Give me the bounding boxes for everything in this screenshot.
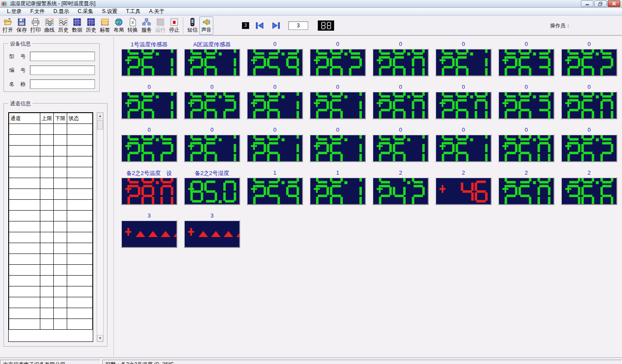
led-panel-r4c5[interactable] [372, 177, 429, 205]
led-panel-r3c5[interactable] [372, 134, 429, 162]
menu-item-file[interactable]: F.文件 [26, 7, 49, 16]
led-digits [441, 98, 488, 119]
led-panel-label: 0 [247, 41, 303, 49]
channel-table-row [9, 308, 93, 319]
next-page-button[interactable] [271, 22, 280, 29]
channel-table-row [9, 319, 93, 330]
led-panel-label: 0 [121, 84, 177, 91]
menu-item-collect[interactable]: C.采集 [73, 7, 98, 16]
led-panel-r4c7[interactable] [498, 177, 554, 205]
led-panel-r4c2[interactable] [184, 177, 240, 205]
data-button[interactable]: e数据 [70, 16, 84, 35]
close-button[interactable] [608, 0, 620, 7]
convert-button[interactable]: X转换 [126, 16, 140, 35]
history2-button[interactable]: e历史 [84, 16, 98, 35]
page-input[interactable] [288, 21, 308, 30]
scroll-down-icon[interactable]: ▼ [97, 335, 103, 341]
led-panel-r4c6[interactable] [435, 177, 492, 205]
led-cell-r4c8: 2 [561, 169, 617, 205]
led-panel-r3c1[interactable] [121, 134, 177, 162]
open-button[interactable]: 打开 [1, 16, 15, 35]
led-panel-r3c4[interactable] [309, 134, 366, 162]
led-digits [315, 141, 362, 162]
led-grid: 1号温度传感器A区温度传感器0000000000000000000000备2之2… [116, 37, 622, 356]
save-button[interactable]: 保存 [15, 16, 29, 35]
led-panel-r4c1[interactable] [121, 177, 177, 205]
menu-item-login[interactable]: L.登录 [3, 7, 26, 16]
led-panel-r1c2[interactable] [184, 49, 240, 76]
led-digits-upper-fragment [189, 91, 236, 98]
restore-button[interactable] [594, 0, 607, 7]
led-digits [127, 55, 173, 76]
led-panel-label: 0 [435, 84, 492, 91]
channel-table-cell [40, 211, 54, 221]
printer-icon [31, 18, 40, 26]
service-button[interactable]: 服务 [140, 16, 153, 35]
channel-table-cell [40, 254, 54, 265]
led-panel-r2c2[interactable] [184, 91, 240, 119]
channel-table-row [9, 276, 93, 286]
toolbar-button-label: 曲线 [44, 26, 55, 33]
led-panel-r2c8[interactable] [561, 91, 617, 119]
led-panel-r4c3[interactable] [247, 177, 303, 205]
led-panel-r2c7[interactable] [498, 91, 554, 119]
led-digits [315, 55, 362, 76]
led-digits [252, 184, 299, 205]
scroll-up-icon[interactable]: ▲ [97, 113, 103, 119]
sound-button[interactable]: 声音 [199, 16, 213, 35]
alarm-triangle-icon [199, 231, 208, 237]
model-field[interactable] [30, 52, 95, 61]
led-panel-r3c2[interactable] [184, 134, 240, 162]
channel-table-cell [9, 319, 40, 330]
led-panel-r5c1[interactable] [121, 220, 177, 248]
led-panel-r2c3[interactable] [247, 91, 303, 119]
menu-item-settings[interactable]: S.设置 [98, 7, 121, 16]
led-panel-r3c8[interactable] [561, 134, 617, 162]
channel-table-scrollbar[interactable]: ▲ ▼ [97, 112, 104, 342]
led-panel-r3c7[interactable] [498, 134, 554, 162]
led-panel-r2c4[interactable] [309, 91, 366, 119]
led-panel-r3c6[interactable] [435, 134, 492, 162]
name-field[interactable] [30, 79, 95, 89]
history1-button[interactable]: 历史 [56, 16, 70, 35]
led-panel-r2c6[interactable] [435, 91, 492, 119]
minimize-button[interactable] [581, 0, 593, 7]
layout-button[interactable]: 布局 [112, 16, 126, 35]
sms-button[interactable]: 短信 [186, 16, 199, 35]
menu-item-tools[interactable]: T.工具 [122, 7, 145, 16]
led-panel-r2c1[interactable] [121, 91, 177, 119]
number-field[interactable] [30, 65, 95, 75]
led-panel-r1c8[interactable] [561, 49, 617, 76]
toolbar-button-label: 服务 [141, 26, 152, 33]
led-panel-r4c8[interactable] [561, 177, 617, 205]
curve-button[interactable]: 曲线 [42, 16, 56, 35]
menu-item-display[interactable]: D.显示 [49, 7, 73, 16]
channel-table-cell [54, 276, 67, 286]
led-panel-r1c3[interactable] [247, 49, 303, 76]
led-panel-label: 0 [121, 127, 177, 134]
channel-table-cell [67, 146, 93, 156]
led-digits-upper-fragment [127, 177, 173, 184]
menu-item-about[interactable]: A.关于 [145, 7, 169, 16]
led-panel-label: 0 [184, 127, 240, 134]
led-digits [504, 55, 550, 76]
led-panel-r1c6[interactable] [435, 49, 492, 76]
led-panel-r3c3[interactable] [247, 134, 303, 162]
label-button[interactable]: 标签 [98, 16, 112, 35]
save-icon [17, 18, 26, 26]
stop-button[interactable]: 停止 [167, 16, 181, 35]
led-panel-r1c5[interactable] [372, 49, 429, 76]
led-digits-upper-fragment [567, 49, 613, 55]
led-panel-r2c5[interactable] [372, 91, 429, 119]
channel-table-cell [40, 265, 54, 276]
prev-page-button[interactable] [255, 22, 265, 29]
led-panel-r5c2[interactable] [184, 220, 240, 248]
scrollbar-thumb[interactable] [97, 120, 103, 130]
led-panel-r1c1[interactable] [121, 49, 177, 76]
led-panel-r4c4[interactable] [309, 177, 366, 205]
print-button[interactable]: 打印 [29, 16, 42, 35]
name-label: 名 称 [9, 81, 30, 88]
led-panel-r1c4[interactable] [309, 49, 366, 76]
led-panel-r1c7[interactable] [498, 49, 554, 76]
channel-table-cell [54, 211, 67, 221]
